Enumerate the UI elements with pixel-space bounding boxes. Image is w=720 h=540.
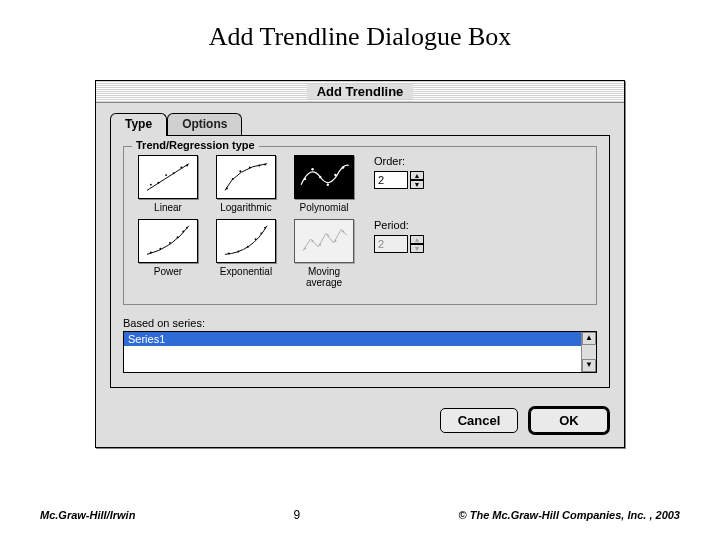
- svg-point-34: [327, 234, 329, 236]
- order-input[interactable]: [374, 171, 408, 189]
- scroll-up-icon[interactable]: ▲: [582, 332, 596, 345]
- trend-option-linear[interactable]: Linear: [134, 155, 202, 213]
- order-step-up[interactable]: ▲: [410, 171, 424, 180]
- list-item[interactable]: Series1: [124, 332, 596, 346]
- trend-option-moving-average[interactable]: Moving average: [290, 219, 358, 288]
- trend-option-power[interactable]: Power: [134, 219, 202, 277]
- svg-point-10: [249, 167, 251, 169]
- svg-point-5: [180, 167, 182, 169]
- polynomial-thumb-icon: [294, 155, 354, 199]
- svg-point-4: [173, 172, 175, 174]
- period-input: [374, 235, 408, 253]
- cancel-button[interactable]: Cancel: [440, 408, 518, 433]
- svg-point-20: [159, 248, 161, 250]
- trend-label: Power: [154, 266, 182, 277]
- svg-point-24: [186, 227, 188, 229]
- svg-point-2: [158, 182, 160, 184]
- svg-point-12: [264, 164, 266, 166]
- svg-point-32: [312, 240, 314, 242]
- footer-right: © The Mc.Graw-Hill Companies, Inc. , 200…: [459, 509, 680, 521]
- footer-left: Mc.Graw-Hill/Irwin: [40, 509, 135, 521]
- linear-thumb-icon: [138, 155, 198, 199]
- svg-point-21: [169, 242, 171, 244]
- svg-point-27: [247, 246, 249, 248]
- svg-point-15: [319, 176, 321, 178]
- tab-panel-type: Trend/Regression type Linear: [110, 135, 610, 388]
- trend-type-group: Trend/Regression type Linear: [123, 146, 597, 305]
- period-step-up: ▲: [410, 235, 424, 244]
- slide-title: Add Trendline Dialogue Box: [0, 0, 720, 66]
- order-step-down[interactable]: ▼: [410, 180, 424, 189]
- trend-label: Linear: [154, 202, 182, 213]
- svg-point-1: [150, 184, 152, 186]
- listbox-scrollbar[interactable]: ▲ ▼: [581, 332, 596, 372]
- svg-line-0: [147, 164, 189, 191]
- svg-point-7: [226, 188, 228, 190]
- series-listbox[interactable]: Series1 ▲ ▼: [123, 331, 597, 373]
- trend-option-exponential[interactable]: Exponential: [212, 219, 280, 277]
- tab-options[interactable]: Options: [167, 113, 242, 135]
- svg-point-17: [334, 174, 336, 176]
- period-step-down: ▼: [410, 244, 424, 253]
- trend-label: Logarithmic: [220, 202, 272, 213]
- svg-point-18: [342, 166, 344, 168]
- exponential-thumb-icon: [216, 219, 276, 263]
- trend-label: Moving average: [306, 266, 342, 288]
- power-thumb-icon: [138, 219, 198, 263]
- svg-point-36: [342, 231, 344, 233]
- svg-point-28: [255, 238, 257, 240]
- based-on-label: Based on series:: [123, 317, 597, 329]
- moving-avg-thumb-icon: [294, 219, 354, 263]
- svg-point-8: [232, 178, 234, 180]
- period-label: Period:: [374, 219, 424, 231]
- svg-point-22: [177, 236, 179, 238]
- footer-page-number: 9: [294, 508, 301, 522]
- svg-point-13: [304, 178, 306, 180]
- svg-point-33: [319, 244, 321, 246]
- order-control: Order: ▲ ▼: [374, 155, 424, 189]
- trend-label: Polynomial: [300, 202, 349, 213]
- svg-point-6: [186, 165, 188, 167]
- svg-point-14: [311, 168, 313, 170]
- svg-point-31: [304, 248, 306, 250]
- svg-point-9: [239, 170, 241, 172]
- dialog-titlebar[interactable]: Add Trendline: [96, 81, 624, 103]
- svg-point-26: [237, 251, 239, 253]
- trend-option-polynomial[interactable]: Polynomial: [290, 155, 358, 213]
- trend-option-logarithmic[interactable]: Logarithmic: [212, 155, 280, 213]
- svg-point-19: [150, 252, 152, 254]
- svg-point-35: [335, 240, 337, 242]
- add-trendline-dialog: Add Trendline Type Options Trend/Regress…: [95, 80, 625, 448]
- svg-point-29: [260, 232, 262, 234]
- svg-point-30: [264, 227, 266, 229]
- ok-button[interactable]: OK: [530, 408, 608, 433]
- svg-point-23: [182, 231, 184, 233]
- svg-point-3: [165, 174, 167, 176]
- log-thumb-icon: [216, 155, 276, 199]
- period-control: Period: ▲ ▼: [374, 219, 424, 253]
- trend-label: Exponential: [220, 266, 272, 277]
- scroll-down-icon[interactable]: ▼: [582, 359, 596, 372]
- order-label: Order:: [374, 155, 424, 167]
- svg-point-16: [327, 183, 329, 185]
- dialog-title: Add Trendline: [307, 84, 414, 99]
- trend-type-legend: Trend/Regression type: [132, 139, 259, 151]
- based-on-section: Based on series: Series1 ▲ ▼: [123, 317, 597, 373]
- tab-strip: Type Options: [96, 103, 624, 135]
- slide-footer: Mc.Graw-Hill/Irwin 9 © The Mc.Graw-Hill …: [0, 508, 720, 522]
- dialog-button-row: Cancel OK: [96, 398, 624, 447]
- svg-point-11: [258, 165, 260, 167]
- svg-point-25: [228, 252, 230, 254]
- tab-type[interactable]: Type: [110, 113, 167, 136]
